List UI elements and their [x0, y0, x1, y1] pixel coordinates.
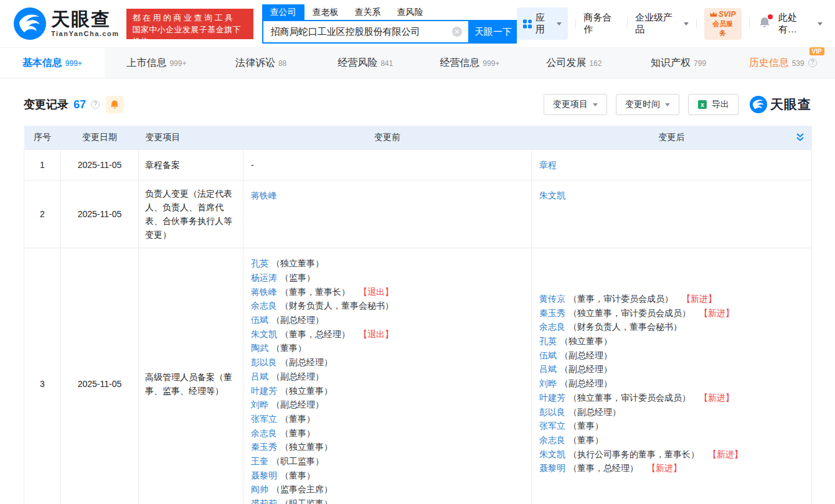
entity-link[interactable]: 彭以良	[251, 357, 277, 367]
tab-inner: 公司发展162	[546, 57, 601, 70]
column-header: 变更后	[532, 126, 812, 149]
entity-link[interactable]: 聂黎明	[251, 470, 277, 480]
filter-change-item-button[interactable]: 变更项目	[544, 94, 607, 115]
entity-link[interactable]: 伍斌	[251, 315, 268, 325]
tab-3[interactable]: 法律诉讼88	[209, 48, 313, 78]
tab-4[interactable]: 经营风险841	[313, 48, 418, 78]
entity-link[interactable]: 朱文凯	[251, 329, 277, 339]
entity-role: （副总经理）	[560, 364, 612, 374]
change-entry: 王奎（职工监事）	[251, 454, 524, 469]
entity-link[interactable]: 伍斌	[539, 350, 557, 360]
entity-role: （副总经理）	[271, 371, 324, 381]
divider	[696, 19, 697, 29]
subscribe-bell-button[interactable]	[106, 96, 123, 113]
entity-link[interactable]: 蒋铁峰	[251, 190, 277, 200]
help-icon[interactable]: ?	[91, 100, 100, 109]
user-menu[interactable]: 此处有…	[778, 12, 823, 35]
entity-link[interactable]: 张军立	[539, 421, 565, 431]
table-header-row: 序号变更日期变更项目变更前变更后	[24, 126, 812, 149]
entity-link[interactable]: 杨运涛	[251, 273, 277, 282]
brand-name: 天眼查	[51, 10, 119, 29]
entity-link[interactable]: 阎帅	[251, 484, 268, 494]
entity-role: （副总经理）	[271, 315, 324, 325]
entity-link[interactable]: 余志良	[539, 322, 565, 332]
search-input[interactable]	[263, 21, 468, 42]
search-tab-查风险[interactable]: 查风险	[389, 4, 432, 20]
entity-link[interactable]: 张军立	[251, 414, 277, 424]
entity-link[interactable]: 聂黎明	[539, 463, 565, 473]
entity-link[interactable]: 朱文凯	[539, 449, 565, 459]
entity-role: （董事）	[280, 428, 315, 438]
entity-link[interactable]: 秦玉秀	[539, 308, 565, 318]
cell-before: 蒋铁峰	[243, 180, 532, 248]
search-tab-查老板[interactable]: 查老板	[304, 4, 347, 20]
entity-link[interactable]: 朱文凯	[539, 190, 565, 200]
notifications-bell-button[interactable]	[758, 16, 771, 31]
entity-link[interactable]: 章程	[539, 160, 557, 170]
cell-date: 2025-11-05	[61, 149, 139, 180]
entity-link[interactable]: 叶建芳	[251, 386, 277, 396]
change-entry: 彭以良（副总经理）	[251, 355, 524, 370]
entity-link[interactable]: 彭以良	[539, 407, 565, 417]
search-tab-查关系[interactable]: 查关系	[347, 4, 389, 20]
svip-sub-label: 会员服务	[710, 19, 736, 38]
entity-link[interactable]: 吕斌	[251, 371, 268, 381]
entity-link[interactable]: 孔英	[251, 258, 268, 268]
entity-role: （财务负责人，董事会秘书）	[280, 301, 394, 310]
tab-label: 基本信息	[22, 57, 62, 70]
tab-5[interactable]: 经营信息999+	[418, 48, 522, 78]
table-row: 32025-11-05高级管理人员备案（董事、监事、经理等）孔英（独立董事）杨运…	[24, 248, 812, 504]
help-icon[interactable]: ?	[808, 58, 817, 67]
cell-date: 2025-11-05	[61, 248, 139, 504]
entity-link[interactable]: 孔英	[539, 336, 557, 346]
tab-count: 539	[792, 59, 804, 68]
search-block: 查公司查老板查关系查风险 ✕ 天眼一下	[262, 4, 517, 44]
svip-membership-button[interactable]: SVIP 会员服务	[704, 8, 742, 40]
tab-6[interactable]: 公司发展162	[522, 48, 626, 78]
entity-link[interactable]: 秦玉秀	[251, 442, 277, 452]
entity-link[interactable]: 刘晔	[539, 378, 557, 388]
expand-all-icon[interactable]	[796, 133, 804, 144]
entity-link[interactable]: 余志良	[251, 428, 277, 438]
clear-icon[interactable]: ✕	[452, 27, 462, 37]
tab-7[interactable]: 知识产权799	[626, 48, 731, 78]
entity-link[interactable]: 蒋铁峰	[251, 287, 277, 297]
entity-role: （副总经理）	[560, 378, 612, 388]
entity-role: （董事）	[280, 414, 315, 424]
entity-link[interactable]: 余志良	[539, 435, 565, 445]
change-entry: 聂黎明（董事）	[251, 469, 524, 483]
column-header: 变更前	[243, 126, 532, 149]
apps-menu[interactable]: 应用	[517, 7, 568, 40]
entity-role: （董事）	[568, 421, 603, 431]
tab-8[interactable]: 历史信息539VIP?	[730, 48, 835, 78]
change-entry: 张军立（董事）	[539, 419, 804, 433]
search-tab-查公司[interactable]: 查公司	[262, 4, 304, 20]
column-header: 序号	[24, 126, 61, 149]
tab-count: 88	[278, 59, 286, 68]
change-records-table: 序号变更日期变更项目变更前变更后 12025-11-05章程备案-章程22025…	[24, 126, 812, 504]
entity-link[interactable]: 裘莉莉	[251, 498, 277, 504]
entity-role: （董事，董事长）	[280, 287, 350, 297]
entity-link[interactable]: 陶武	[251, 343, 268, 353]
tab-2[interactable]: 上市信息999+	[105, 48, 209, 78]
search-button[interactable]: 天眼一下	[469, 20, 517, 44]
entity-link[interactable]: 刘晔	[251, 399, 268, 409]
main-tabs: 基本信息999+上市信息999+法律诉讼88经营风险841经营信息999+公司发…	[0, 47, 835, 78]
entity-link[interactable]: 叶建芳	[539, 393, 565, 403]
export-button[interactable]: x 导出	[688, 94, 738, 115]
tab-1[interactable]: 基本信息999+	[0, 48, 105, 78]
brand-logo[interactable]: 天眼查 TianYanCha.com	[14, 7, 119, 40]
enterprise-products-link[interactable]: 企业级产品	[635, 12, 689, 35]
cell-change-item: 章程备案	[139, 149, 243, 180]
business-cooperation-link[interactable]: 商务合作	[583, 12, 620, 35]
entity-link[interactable]: 吕斌	[539, 364, 557, 374]
entity-link[interactable]: 黄传京	[539, 294, 565, 304]
change-tag: 【退出】	[359, 329, 394, 339]
entity-link[interactable]: 余志良	[251, 301, 277, 310]
entity-role: （副总经理）	[560, 350, 612, 360]
change-entry: 章程	[539, 158, 804, 172]
entity-link[interactable]: 王奎	[251, 456, 268, 466]
column-header: 变更日期	[61, 126, 139, 149]
filter-change-time-button[interactable]: 变更时间	[616, 94, 679, 115]
top-nav: 应用 商务合作 企业级产品 SVIP 会员服务	[517, 7, 823, 40]
